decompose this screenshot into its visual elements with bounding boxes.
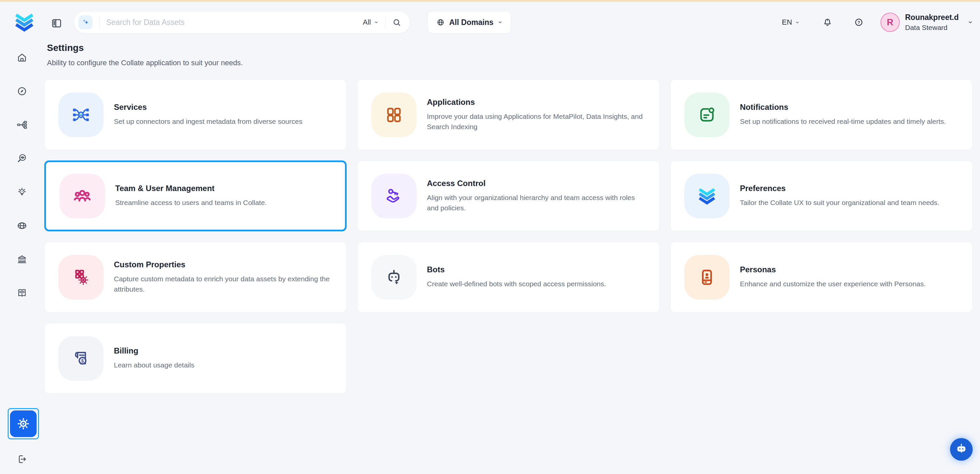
notifications-icon xyxy=(684,92,730,137)
sidebar-item-glossary-book[interactable] xyxy=(16,287,28,299)
sidebar-item-govern-bank[interactable] xyxy=(16,254,28,265)
search-icon[interactable] xyxy=(392,18,401,27)
card-title: Team & User Management xyxy=(115,184,332,193)
services-connector-icon xyxy=(58,92,103,137)
left-sidebar xyxy=(0,44,44,474)
bots-robot-icon xyxy=(371,255,417,300)
globe-icon xyxy=(436,18,445,27)
language-dropdown[interactable]: EN xyxy=(782,11,800,33)
page-title: Settings xyxy=(47,43,84,53)
card-description: Set up connectors and ingest metadata fr… xyxy=(114,116,333,127)
sidebar-item-insights-bulb[interactable] xyxy=(16,186,28,198)
avatar[interactable]: R xyxy=(880,13,900,32)
chevron-down-icon xyxy=(795,20,800,25)
card-access-control[interactable]: Access ControlAlign with your organizati… xyxy=(357,161,660,231)
search-input[interactable] xyxy=(106,18,363,27)
card-description: Align with your organizational hierarchy… xyxy=(427,192,646,213)
card-description: Set up notifications to received real-ti… xyxy=(740,116,959,127)
top-accent-line xyxy=(0,0,980,2)
chevron-down-icon[interactable] xyxy=(968,20,973,25)
notifications-bell-icon[interactable] xyxy=(822,17,832,27)
card-title: Notifications xyxy=(740,103,959,112)
ai-sparkle-icon[interactable] xyxy=(79,15,92,29)
collate-logo xyxy=(684,174,730,218)
user-role: Data Steward xyxy=(905,24,959,32)
chevron-down-icon xyxy=(374,20,379,25)
svg-text:$: $ xyxy=(81,358,84,363)
search-scope-dropdown[interactable]: All xyxy=(363,18,379,27)
card-title: Personas xyxy=(740,265,959,274)
divider xyxy=(385,16,386,29)
card-description: Improve your data using Applications for… xyxy=(427,111,646,132)
help-icon[interactable]: ? xyxy=(854,17,864,27)
svg-text:?: ? xyxy=(858,20,860,25)
custom-properties-icon xyxy=(58,255,103,300)
sidebar-item-explore-compass[interactable] xyxy=(16,86,28,97)
card-description: Create well-defined bots with scoped acc… xyxy=(427,278,646,289)
sidebar-item-observability[interactable] xyxy=(16,153,28,164)
domains-label: All Domains xyxy=(449,18,493,27)
card-description: Learn about usage details xyxy=(114,360,333,371)
teams-users-icon xyxy=(60,174,105,218)
card-description: Enhance and customize the user experienc… xyxy=(740,278,959,289)
chat-assistant-button[interactable] xyxy=(950,438,973,461)
card-description: Tailor the Collate UX to suit your organ… xyxy=(740,197,959,208)
card-preferences[interactable]: PreferencesTailor the Collate UX to suit… xyxy=(670,161,973,231)
billing-receipt-icon: $ xyxy=(58,336,103,381)
settings-button[interactable] xyxy=(10,410,37,437)
sidebar-item-home[interactable] xyxy=(16,52,28,63)
sidebar-item-lineage-flow[interactable] xyxy=(16,119,28,130)
sidebar-nav xyxy=(0,52,44,299)
card-custom-properties[interactable]: Custom PropertiesCapture custom metadata… xyxy=(44,242,347,313)
robot-icon xyxy=(954,442,969,457)
logout-icon[interactable] xyxy=(16,454,27,465)
gear-icon xyxy=(17,417,30,430)
card-title: Access Control xyxy=(427,179,646,188)
page-subtitle: Ability to configure the Collate applica… xyxy=(47,59,243,67)
sidebar-toggle-icon[interactable] xyxy=(51,17,63,29)
card-team-user-management[interactable]: Team & User ManagementStreamline access … xyxy=(44,161,347,231)
user-menu[interactable]: R Rounakpreet.d Data Steward xyxy=(880,11,959,33)
card-personas[interactable]: PersonasEnhance and customize the user e… xyxy=(670,242,973,313)
card-applications[interactable]: ApplicationsImprove your data using Appl… xyxy=(357,79,660,150)
sidebar-item-settings[interactable] xyxy=(8,408,39,439)
card-description: Streamline access to users and teams in … xyxy=(115,197,332,208)
access-key-hand-icon xyxy=(371,174,417,218)
global-search-bar[interactable]: All xyxy=(73,11,410,33)
language-label: EN xyxy=(782,18,792,27)
card-title: Applications xyxy=(427,97,646,107)
user-name: Rounakpreet.d xyxy=(905,13,959,22)
search-scope-label: All xyxy=(363,18,371,27)
applications-grid-icon xyxy=(371,92,417,137)
card-services[interactable]: ServicesSet up connectors and ingest met… xyxy=(44,79,347,150)
sidebar-item-domains-globe[interactable] xyxy=(16,220,28,231)
card-billing[interactable]: $BillingLearn about usage details xyxy=(44,323,347,394)
card-description: Capture custom metadata to enrich your d… xyxy=(114,274,333,294)
divider xyxy=(99,16,100,29)
collate-logo xyxy=(13,11,35,33)
card-title: Services xyxy=(114,103,333,112)
card-title: Billing xyxy=(114,346,333,355)
card-title: Custom Properties xyxy=(114,260,333,269)
chevron-down-icon xyxy=(498,20,503,25)
card-notifications[interactable]: NotificationsSet up notifications to rec… xyxy=(670,79,973,150)
card-title: Bots xyxy=(427,265,646,274)
domains-dropdown[interactable]: All Domains xyxy=(428,11,511,33)
card-title: Preferences xyxy=(740,184,959,193)
card-bots[interactable]: BotsCreate well-defined bots with scoped… xyxy=(357,242,660,313)
personas-card-icon xyxy=(684,255,730,300)
settings-cards-grid: ServicesSet up connectors and ingest met… xyxy=(44,79,973,394)
